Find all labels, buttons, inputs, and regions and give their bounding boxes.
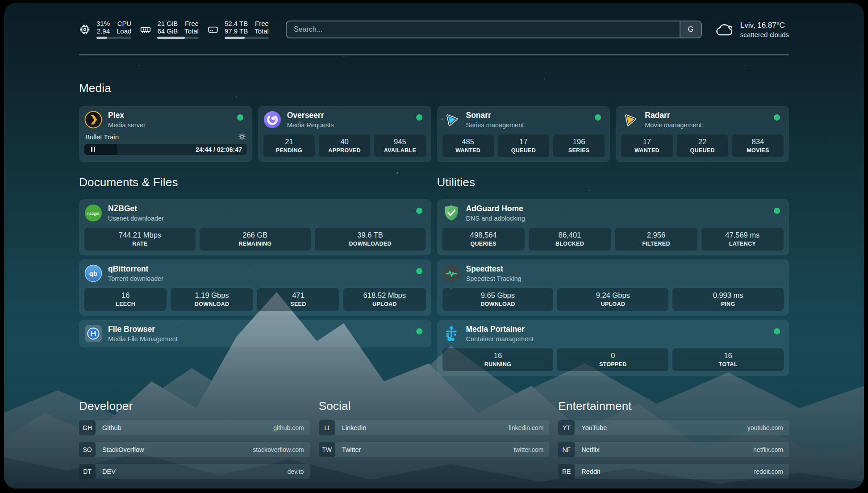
stat-upload: 618.52 Mbps UPLOAD [343,288,426,311]
bookmark-name: Github [102,424,273,431]
stat-value: 39.6 TB [317,231,423,239]
service-title: AdGuard Home [466,204,768,213]
bookmark-abbr: LI [319,420,335,435]
bookmark-twitter[interactable]: TW Twitter twitter.com [319,442,550,457]
now-playing-title: Bullet Train [85,133,119,141]
bookmark-group-title: Developer [79,399,310,413]
adguard-stats: 498,564 QUERIES 86,401 BLOCKED 2,956 FIL… [442,228,784,251]
stat-value: 266 GB [202,231,308,239]
memory-widget: 21 GiB Free 64 GiB Total [140,20,199,39]
adguard-header: AdGuard Home DNS and adblocking [442,204,784,222]
stat-value: 40 [321,138,367,146]
plex-card[interactable]: Plex Media server Bullet Train [79,106,252,162]
bookmark-netflix[interactable]: NF Netflix netflix.com [558,442,789,457]
nzbget-card[interactable]: nzbget NZBGet Usenet downloader 744.21 M… [79,199,431,255]
stat-label: SERIES [556,147,602,154]
top-bar: 31% CPU 2.94 Load [79,19,789,40]
portainer-card[interactable]: Media Portainer Container management 16 … [437,320,789,376]
stat-label: BLOCKED [531,241,608,247]
bookmark-url: dev.to [288,468,310,475]
stat-movies: 834 MOVIES [732,134,784,157]
bookmark-github[interactable]: GH Github github.com [79,420,310,435]
stat-pending: 21 PENDING [263,134,315,157]
bookmark-abbr: RE [558,464,575,479]
plex-progress-bar[interactable]: 24:44 / 02:06:47 [84,144,247,155]
qbittorrent-stats: 16 LEECH 1.19 Gbps DOWNLOAD 471 SEED [84,288,426,311]
service-desc: Media File Management [108,335,410,343]
cpu-value-1: 31% [96,20,110,27]
service-desc: Series management [466,121,589,129]
stat-wanted: 17 WANTED [621,134,672,157]
bookmark-reddit[interactable]: RE Reddit reddit.com [558,464,789,479]
stat-value: 2,956 [618,231,694,239]
plex-header: Plex Media server [84,111,247,129]
overseerr-header: Overseerr Media Requests [263,111,426,129]
stat-ping: 0.993 ms PING [672,288,784,311]
bookmark-rows: YT YouTube youtube.com NF Netflix netfli… [558,420,789,479]
radarr-card[interactable]: Radarr Movie management 17 WANTED 22 QUE… [616,106,789,162]
adguard-card[interactable]: AdGuard Home DNS and adblocking 498,564 … [437,199,789,255]
bookmark-group-title: Social [319,399,550,413]
service-title: File Browser [108,325,410,334]
stat-downloaded: 39.6 TB DOWNLOADED [315,228,426,251]
memory-progress-track [157,37,199,39]
service-desc: Media Requests [287,121,410,129]
status-dot [416,114,422,121]
bookmark-stackoverflow[interactable]: SO StackOverflow stackoverflow.com [79,442,310,457]
bookmark-dev[interactable]: DT DEV dev.to [79,464,310,479]
portainer-stats: 16 RUNNING 0 STOPPED 16 TOTAL [442,348,784,371]
portainer-header: Media Portainer Container management [442,325,784,343]
portainer-icon [442,325,460,343]
pause-button[interactable] [84,144,117,155]
plex-icon [84,111,102,129]
speedtest-card[interactable]: Speedtest Speedtest Tracking 9.65 Gbps D… [437,259,789,316]
sonarr-card[interactable]: Sonarr Series management 485 WANTED 17 Q… [437,106,610,162]
documents-column: Documents & Files nzbget NZBGet Usenet d… [79,175,431,347]
service-desc: Movie management [645,121,768,129]
bookmarks-section: Developer GH Github github.com SO StackO… [79,399,789,479]
radarr-header: Radarr Movie management [621,111,784,129]
stat-value: 47.569 ms [704,231,781,239]
stat-value: 485 [445,138,491,146]
stat-value: 945 [377,138,423,146]
service-title: Sonarr [466,111,589,120]
stat-label: AVAILABLE [377,147,423,154]
weather-condition: scattered clouds [740,31,789,38]
stat-value: 21 [266,138,312,146]
gear-icon[interactable] [238,133,246,141]
stat-remaining: 266 GB REMAINING [200,228,311,251]
status-dot [237,114,243,121]
disk-progress-track [225,37,269,39]
bookmark-rows: GH Github github.com SO StackOverflow st… [79,420,310,479]
header-divider [79,54,789,55]
page-content: 31% CPU 2.94 Load [4,3,864,489]
memory-value-1: 21 GiB [157,20,178,27]
overseerr-card[interactable]: Overseerr Media Requests 21 PENDING 40 A… [258,106,431,162]
section-title-utilities: Utilities [437,175,789,189]
search-provider-button[interactable]: G [680,21,701,38]
bookmark-linkedin[interactable]: LI LinkedIn linkedin.com [319,420,550,435]
bookmark-youtube[interactable]: YT YouTube youtube.com [558,420,789,435]
stat-label: FILTERED [618,241,694,247]
stat-label: PENDING [266,147,312,154]
stat-value: 22 [680,138,726,146]
sonarr-stats: 485 WANTED 17 QUEUED 196 SERIES [442,134,605,157]
bookmark-group-social: Social LI LinkedIn linkedin.com TW Twitt… [319,399,550,479]
qbittorrent-card[interactable]: qb qBittorrent Torrent downloader 16 [79,259,431,316]
nzbget-icon: nzbget [84,204,102,222]
sonarr-header: Sonarr Series management [442,111,605,129]
bookmark-name: StackOverflow [102,446,253,453]
cpu-readout: 31% CPU 2.94 Load [96,20,131,39]
filebrowser-card[interactable]: File Browser Media File Management [79,320,431,347]
search-input[interactable] [287,21,680,38]
stat-label: LATENCY [704,241,781,247]
service-title: Radarr [645,111,768,120]
dashboard: 31% CPU 2.94 Load [4,3,864,489]
bookmark-url: stackoverflow.com [253,446,309,453]
nzbget-header: nzbget NZBGet Usenet downloader [84,204,426,222]
bookmark-name: LinkedIn [342,424,509,431]
stat-series: 196 SERIES [553,134,605,157]
stat-value: 0 [560,351,666,360]
stat-stopped: 0 STOPPED [557,348,668,371]
disk-value-2: 97.9 TB [225,28,248,35]
